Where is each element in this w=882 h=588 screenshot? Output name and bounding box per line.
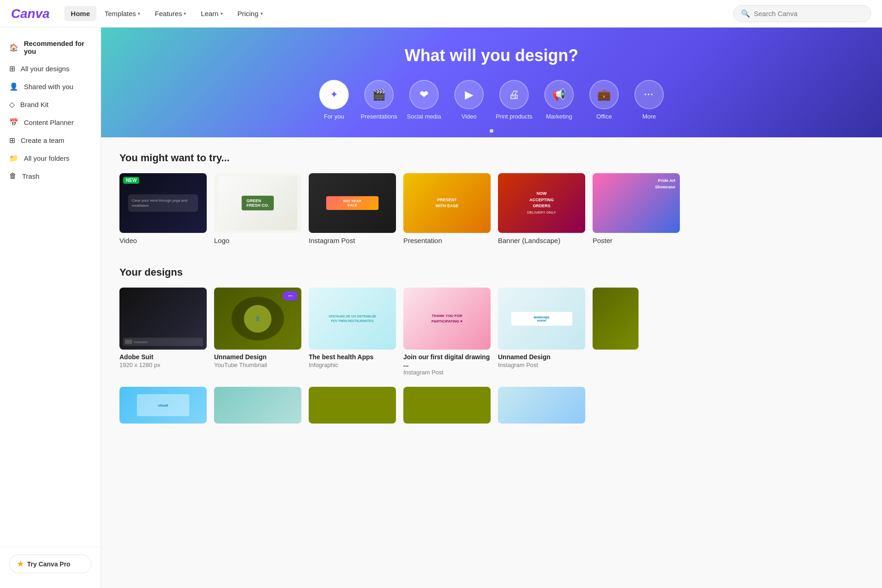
video-circle: ▶: [454, 80, 484, 109]
folder-icon: 📁: [9, 154, 18, 163]
design-card-r2-3[interactable]: [309, 387, 396, 424]
sidebar-item-all-designs[interactable]: ⊞ All your designs: [0, 60, 101, 78]
cat-more[interactable]: ··· More: [628, 80, 670, 120]
template-card-instagram[interactable]: MID YEARSALE Instagram Post: [309, 173, 396, 244]
search-bar[interactable]: 🔍: [733, 5, 871, 22]
calendar-icon: 📅: [9, 118, 18, 127]
home-icon: 🏠: [9, 43, 18, 52]
search-input[interactable]: [754, 10, 863, 17]
design-card-r2-1[interactable]: cloud: [119, 387, 207, 424]
template-card-video-label: Video: [119, 237, 207, 244]
nav-home[interactable]: Home: [64, 6, 96, 21]
category-icons-row: ✦ For you 🎬 Presentations ❤ Social m: [101, 80, 882, 129]
design-card-health-apps-sub: Infographic: [309, 362, 396, 368]
diamond-icon: ◇: [9, 100, 15, 109]
sidebar-item-content-planner[interactable]: 📅 Content Planner: [0, 113, 101, 131]
learn-chevron: ▾: [220, 11, 223, 16]
template-card-instagram-img: MID YEARSALE: [309, 173, 396, 233]
nav-links: Home Templates ▾ Features ▾ Learn ▾ Pric…: [64, 6, 733, 21]
main-content: What will you design? ✦ For you 🎬 Presen…: [101, 28, 882, 588]
try-section-title: You might want to try...: [119, 152, 864, 164]
template-card-presentation-label: Presentation: [403, 237, 491, 244]
carousel-indicator: [101, 129, 882, 137]
template-card-poster[interactable]: Pride ArtShowcase Poster: [593, 173, 680, 244]
design-card-unnamed-yt-title: Unnamed Design: [214, 353, 301, 361]
template-card-banner-label: Banner (Landscape): [498, 237, 585, 244]
design-card-adobe-suit-sub: 882 x 588 px: [119, 362, 207, 368]
more-circle: ···: [634, 80, 664, 109]
design-card-unnamed-ig2[interactable]: [593, 288, 639, 376]
design-card-digital-drawing[interactable]: THANK YOU FORPARTICIPATING ♥ Join our fi…: [403, 288, 491, 376]
design-card-health-apps-img: VENTAJAS DE UN SISTEMA DEPDV PARA RESTAU…: [309, 288, 396, 350]
presentations-circle: 🎬: [364, 80, 394, 109]
design-card-digital-drawing-title: Join our first digital drawing ...: [403, 353, 491, 368]
three-dot-menu-yt[interactable]: ···: [283, 291, 298, 300]
grid-icon: ⊞: [9, 64, 15, 73]
template-card-logo-label: Logo: [214, 237, 301, 244]
sidebar-item-recommended[interactable]: 🏠 Recommended for you: [0, 35, 101, 60]
hero-title: What will you design?: [101, 46, 882, 65]
design-card-unnamed-yt-img: 👤 ···: [214, 288, 301, 350]
cat-office[interactable]: 💼 Office: [583, 80, 625, 120]
template-card-video[interactable]: Clear your mind through yoga and meditat…: [119, 173, 207, 244]
hero-banner: What will you design? ✦ For you 🎬 Presen…: [101, 28, 882, 137]
template-card-video-img: Clear your mind through yoga and meditat…: [119, 173, 207, 233]
cat-for-you[interactable]: ✦ For you: [313, 80, 355, 120]
template-card-logo[interactable]: GREENFRESH CO. Logo: [214, 173, 301, 244]
design-card-unnamed-yt[interactable]: 👤 ··· Unnamed Design YouTube Thumbnail: [214, 288, 301, 376]
template-card-poster-label: Poster: [593, 237, 680, 244]
sidebar: 🏠 Recommended for you ⊞ All your designs…: [0, 28, 101, 588]
cat-print[interactable]: 🖨 Print products: [493, 80, 535, 120]
template-card-presentation[interactable]: PRESENTWITH EASE Presentation: [403, 173, 491, 244]
star-icon: ★: [17, 560, 23, 568]
design-card-r2-2[interactable]: [214, 387, 301, 424]
search-icon: 🔍: [741, 9, 750, 18]
social-media-circle: ❤: [409, 80, 439, 109]
team-icon: ⊞: [9, 136, 15, 145]
design-card-adobe-suit-img: keyboard: [119, 288, 207, 350]
template-card-banner[interactable]: NOWACCEPTINGORDERSDELIVERY ONLY Banner (…: [498, 173, 585, 244]
design-cards-row-1: keyboard Adobe Suit 882 x 588 px 👤: [119, 288, 864, 376]
cat-presentations[interactable]: 🎬 Presentations: [358, 80, 400, 120]
design-card-adobe-suit[interactable]: keyboard Adobe Suit 882 x 588 px: [119, 288, 207, 376]
office-circle: 💼: [589, 80, 619, 109]
nav-pricing[interactable]: Pricing ▾: [231, 6, 269, 21]
nav-features[interactable]: Features ▾: [148, 6, 192, 21]
print-circle: 🖨: [499, 80, 529, 109]
try-pro-section: ★ Try Canva Pro: [0, 547, 101, 581]
sidebar-item-folders[interactable]: 📁 All your folders: [0, 149, 101, 167]
design-card-health-apps[interactable]: VENTAJAS DE UN SISTEMA DEPDV PARA RESTAU…: [309, 288, 396, 376]
pricing-chevron: ▾: [260, 11, 263, 16]
cat-social-media[interactable]: ❤ Social media: [403, 80, 445, 120]
sidebar-item-brand-kit[interactable]: ◇ Brand Kit: [0, 96, 101, 113]
design-card-r2-5[interactable]: [498, 387, 585, 424]
nav-learn[interactable]: Learn ▾: [194, 6, 229, 21]
print-icon: 🖨: [509, 88, 520, 101]
design-card-digital-drawing-img: THANK YOU FORPARTICIPATING ♥: [403, 288, 491, 350]
cat-video[interactable]: ▶ Video: [448, 80, 490, 120]
for-you-icon: ✦: [330, 89, 338, 101]
sidebar-item-shared[interactable]: 👤 Shared with you: [0, 78, 101, 96]
template-card-banner-img: NOWACCEPTINGORDERSDELIVERY ONLY: [498, 173, 585, 233]
office-icon: 💼: [597, 88, 611, 101]
template-card-logo-img: GREENFRESH CO.: [214, 173, 301, 233]
canva-logo[interactable]: Canva: [11, 6, 50, 21]
design-card-adobe-suit-title: Adobe Suit: [119, 353, 207, 361]
for-you-circle: ✦: [319, 80, 349, 109]
try-pro-button[interactable]: ★ Try Canva Pro: [9, 554, 91, 573]
design-card-r2-4[interactable]: [403, 387, 491, 424]
sidebar-item-trash[interactable]: 🗑 Trash: [0, 167, 101, 185]
sidebar-item-create-team[interactable]: ⊞ Create a team: [0, 131, 101, 149]
design-card-unnamed-ig[interactable]: landscapescene Unnamed Design Instagram …: [498, 288, 585, 376]
social-media-icon: ❤: [419, 88, 429, 101]
cat-marketing[interactable]: 📢 Marketing: [538, 80, 580, 120]
top-nav: Canva Home Templates ▾ Features ▾ Learn …: [0, 0, 882, 28]
presentations-icon: 🎬: [372, 88, 386, 101]
sidebar-items: 🏠 Recommended for you ⊞ All your designs…: [0, 35, 101, 547]
nav-templates[interactable]: Templates ▾: [98, 6, 147, 21]
content-area: You might want to try... Clear your mind…: [101, 137, 882, 438]
more-icon: ···: [644, 90, 654, 100]
templates-chevron: ▾: [138, 11, 140, 16]
design-card-unnamed-ig2-img: [593, 288, 639, 350]
trash-icon: 🗑: [9, 172, 17, 180]
